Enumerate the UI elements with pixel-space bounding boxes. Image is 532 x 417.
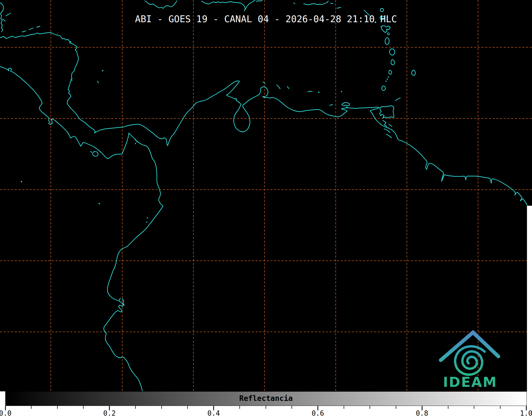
island-dot xyxy=(341,91,342,92)
no-data-strip xyxy=(527,206,532,391)
coastline-caribbean-mainland xyxy=(0,33,527,205)
island-dot xyxy=(99,203,100,204)
map-svg: IDEAM xyxy=(0,0,532,391)
island-dot xyxy=(135,139,136,140)
island-dot xyxy=(385,81,387,82)
island-dot xyxy=(102,70,103,71)
coastline-puerto-rico xyxy=(294,1,341,8)
island-dot xyxy=(137,141,138,142)
ideam-logo: IDEAM xyxy=(441,332,498,390)
coastline-hispaniola xyxy=(202,0,262,11)
island-dot xyxy=(135,143,136,144)
colorbar-label: Reflectancia xyxy=(0,394,532,403)
colorbar-tick-label: 0.4 xyxy=(207,409,220,417)
coastline-pacific-mainland xyxy=(0,67,163,391)
island-dot xyxy=(146,222,147,223)
island-dots-layer xyxy=(21,16,390,223)
colorbar-tick-label: 0.6 xyxy=(312,409,324,417)
colorbar-minor-tick xyxy=(57,406,58,409)
island-dot xyxy=(388,76,389,77)
colorbar-minor-tick xyxy=(292,406,292,409)
coastline-jamaica xyxy=(145,1,177,8)
colorbar-minor-tick xyxy=(135,406,136,409)
colorbar-tick-label: 1.0 xyxy=(520,409,532,417)
ideam-swirl-icon xyxy=(455,346,485,375)
island-dot xyxy=(346,107,348,108)
island-dot xyxy=(387,33,389,35)
ideam-logo-text: IDEAM xyxy=(443,374,497,390)
colorbar-minor-tick xyxy=(239,406,240,409)
colorbar-minor-tick xyxy=(83,406,84,409)
product-title: ABI - GOES 19 - CANAL 04 - 2026-04-28 21… xyxy=(0,14,532,24)
island-dot xyxy=(21,181,22,182)
coastline-venezuelan-islands xyxy=(263,82,350,106)
colorbar-minor-tick xyxy=(344,406,344,409)
colorbar-minor-tick xyxy=(266,406,266,409)
colorbar-tick-label: 0.2 xyxy=(103,409,116,417)
coastline-pacific-islands xyxy=(90,81,98,156)
colorbar-minor-tick xyxy=(187,406,188,409)
colorbar-tick-label: 0.0 xyxy=(0,409,11,417)
colorbar-minor-tick xyxy=(31,406,31,409)
island-dot xyxy=(147,217,148,218)
coastline-bay-islands xyxy=(22,26,40,32)
colorbar-tick-labels: 0.00.20.40.60.81.0 xyxy=(0,409,532,417)
colorbar-minor-tick xyxy=(370,406,370,409)
island-dot xyxy=(318,92,320,93)
colorbar-minor-tick xyxy=(396,406,396,409)
colorbar-minor-tick xyxy=(500,406,501,409)
satellite-product-figure: IDEAM ABI - GOES 19 - CANAL 04 - 2026-04… xyxy=(0,0,532,417)
gridlines-layer xyxy=(0,0,532,391)
island-dot xyxy=(387,79,388,80)
colorbar-minor-tick xyxy=(161,406,162,409)
coastlines-layer xyxy=(0,0,527,391)
colorbar-minor-tick xyxy=(448,406,448,409)
colorbar-minor-tick xyxy=(474,406,474,409)
map-canvas: IDEAM ABI - GOES 19 - CANAL 04 - 2026-04… xyxy=(0,0,532,391)
colorbar-tick-label: 0.8 xyxy=(416,409,428,417)
coastline-trinidad xyxy=(380,106,394,118)
